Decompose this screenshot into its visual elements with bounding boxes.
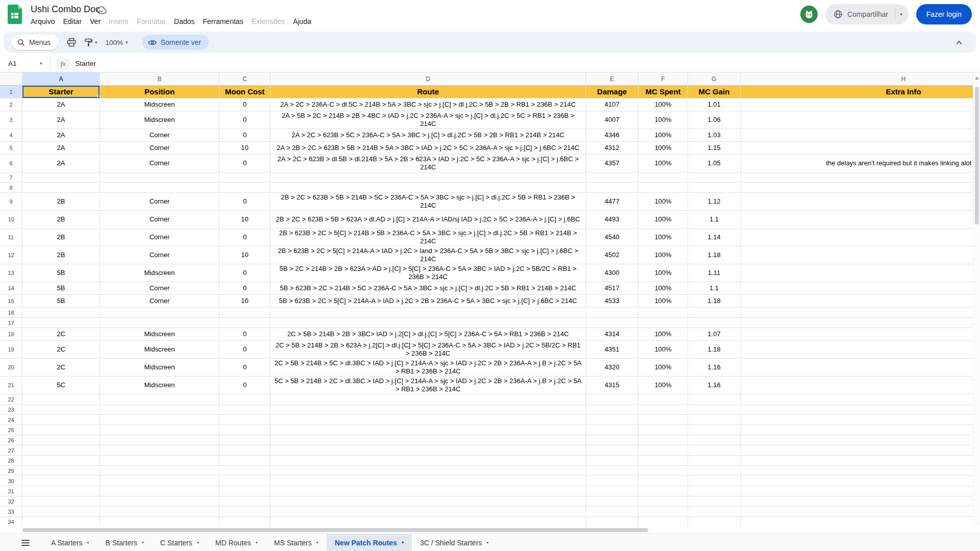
- cell[interactable]: [688, 415, 741, 425]
- row-number[interactable]: 4: [0, 129, 22, 142]
- sheet-tab-3c-shield-starters[interactable]: 3C / Shield Starters▾: [412, 534, 497, 551]
- cell[interactable]: [639, 486, 688, 496]
- cell[interactable]: [639, 308, 688, 318]
- cell[interactable]: [741, 476, 973, 486]
- cell[interactable]: 2B > 2C > 623B > 5B > 214B > 5C > 236A-C…: [271, 193, 586, 211]
- cell[interactable]: [688, 476, 741, 486]
- cell[interactable]: [639, 496, 688, 507]
- cell[interactable]: [741, 435, 973, 445]
- cell[interactable]: 0: [219, 264, 271, 282]
- row-number[interactable]: 31: [0, 486, 22, 496]
- cell[interactable]: 0: [219, 282, 271, 295]
- cell[interactable]: 2A > 2C > 623B > 5C > 236A-C > 5A > 3BC …: [271, 129, 586, 142]
- cell[interactable]: 2A > 2B > 2C > 623B > 5B > 214B > 5A > 3…: [271, 142, 586, 155]
- cell[interactable]: [741, 308, 973, 318]
- cell[interactable]: 4493: [586, 211, 639, 229]
- cell[interactable]: 100%: [639, 229, 688, 246]
- row-number[interactable]: 24: [0, 415, 22, 425]
- cell[interactable]: [639, 172, 688, 183]
- cell[interactable]: [271, 394, 586, 405]
- cell[interactable]: [22, 183, 100, 193]
- cell[interactable]: [741, 282, 973, 295]
- header-cell-mc-gain[interactable]: MC Gain: [688, 86, 741, 98]
- row-number[interactable]: 19: [0, 341, 22, 359]
- cell[interactable]: [22, 425, 100, 435]
- cell[interactable]: 100%: [639, 211, 688, 229]
- cell[interactable]: [100, 318, 219, 328]
- cell[interactable]: 4007: [586, 111, 639, 129]
- cell[interactable]: [22, 517, 100, 527]
- vertical-scrollbar[interactable]: [973, 72, 980, 527]
- all-sheets-menu-icon[interactable]: [21, 540, 30, 546]
- cell[interactable]: [741, 517, 973, 527]
- column-header-E[interactable]: E: [586, 72, 639, 86]
- cell[interactable]: 1.18: [688, 295, 741, 308]
- row-number[interactable]: 8: [0, 183, 22, 193]
- cell[interactable]: Midscreen: [100, 98, 219, 111]
- cell[interactable]: [100, 517, 219, 527]
- cell[interactable]: [741, 425, 973, 435]
- cell[interactable]: 4107: [586, 98, 639, 111]
- cell[interactable]: [219, 318, 271, 328]
- cell[interactable]: [639, 476, 688, 486]
- cell[interactable]: [271, 183, 586, 193]
- chevron-down-icon[interactable]: ▾: [900, 12, 902, 17]
- cell[interactable]: [741, 377, 973, 394]
- document-title[interactable]: Ushi Combo Doc: [31, 4, 100, 15]
- cell[interactable]: 2B: [22, 193, 100, 211]
- cell[interactable]: [741, 295, 973, 308]
- cell[interactable]: [639, 435, 688, 445]
- cell[interactable]: [639, 425, 688, 435]
- cell[interactable]: [22, 456, 100, 466]
- cell[interactable]: Corner: [100, 142, 219, 155]
- cell[interactable]: [586, 405, 639, 415]
- cell[interactable]: Midscreen: [100, 264, 219, 282]
- cell[interactable]: 1.12: [688, 193, 741, 211]
- cell[interactable]: [100, 425, 219, 435]
- cell[interactable]: [741, 111, 973, 129]
- cell[interactable]: [219, 183, 271, 193]
- cell[interactable]: [219, 486, 271, 496]
- cell[interactable]: 4533: [586, 295, 639, 308]
- cell[interactable]: [688, 405, 741, 415]
- cell[interactable]: [219, 425, 271, 435]
- cell[interactable]: [741, 318, 973, 328]
- paint-format-icon[interactable]: ▾: [84, 38, 97, 47]
- select-all-corner[interactable]: [0, 72, 22, 86]
- view-only-chip[interactable]: Somente ver: [142, 35, 209, 50]
- cell[interactable]: 1.1: [688, 282, 741, 295]
- cell[interactable]: 2A: [22, 129, 100, 142]
- cell[interactable]: [741, 211, 973, 229]
- chevron-down-icon[interactable]: ▾: [486, 541, 488, 545]
- avatar[interactable]: [800, 6, 818, 23]
- cell[interactable]: 0: [219, 98, 271, 111]
- formula-input[interactable]: Starter: [76, 60, 96, 67]
- cell[interactable]: [271, 456, 586, 466]
- cell[interactable]: 5B > 623B > 2C > 5[C] > 214A-A > IAD > j…: [271, 295, 586, 308]
- cell[interactable]: 0: [219, 129, 271, 142]
- cell[interactable]: [586, 517, 639, 527]
- cell[interactable]: [100, 445, 219, 456]
- header-cell-mc-spent[interactable]: MC Spent: [639, 86, 688, 98]
- cell[interactable]: [639, 394, 688, 405]
- cell[interactable]: 0: [219, 155, 271, 172]
- row-number[interactable]: 7: [0, 172, 22, 183]
- cell[interactable]: 4314: [586, 328, 639, 341]
- cell[interactable]: the delays aren't required but it makes …: [741, 155, 973, 172]
- row-number[interactable]: 1: [0, 86, 22, 98]
- cell[interactable]: [741, 172, 973, 183]
- cell[interactable]: [586, 172, 639, 183]
- row-number[interactable]: 25: [0, 425, 22, 435]
- cell[interactable]: 2C > 5B > 214B > 2B > 623A > j.2[C] > dl…: [271, 341, 586, 359]
- cell[interactable]: 1.14: [688, 229, 741, 246]
- row-number[interactable]: 15: [0, 295, 22, 308]
- cell[interactable]: 4351: [586, 341, 639, 359]
- cell[interactable]: 2B > 2C > 623B > 5B > 623A > dl.AD > j.[…: [271, 211, 586, 229]
- cell[interactable]: [688, 425, 741, 435]
- cell[interactable]: [586, 507, 639, 517]
- cell[interactable]: [586, 415, 639, 425]
- cell[interactable]: 4312: [586, 142, 639, 155]
- cell[interactable]: [741, 98, 973, 111]
- cell[interactable]: Corner: [100, 246, 219, 264]
- cell[interactable]: [688, 456, 741, 466]
